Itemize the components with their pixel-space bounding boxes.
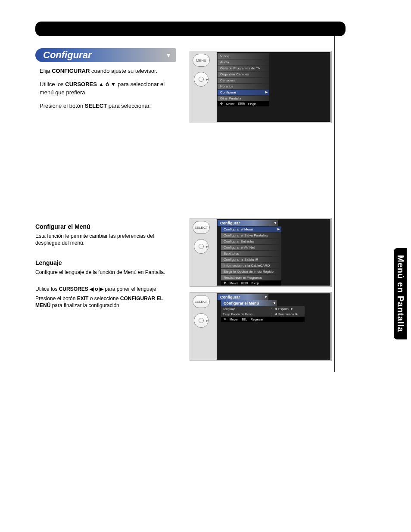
- side-tab: Menú en Pantalla: [394, 248, 407, 339]
- lang-step-2: Presione el botón EXIT o seleccione CONF…: [35, 295, 169, 309]
- menu-footer: ✥Mover SELElegir: [218, 101, 269, 106]
- remote-menu-button: MENU: [193, 54, 210, 67]
- step-1: Utilice los CURSORES ▲ ó ▼ para seleccio…: [35, 81, 173, 97]
- remote-nav-button-icon: ▸: [194, 72, 209, 87]
- title-bar: [35, 22, 346, 36]
- intro-paragraph: Elija CONFIGURAR cuando ajuste su televi…: [35, 67, 173, 75]
- section-title: Configurar: [43, 50, 91, 61]
- osd-configurar-menu-options: Configurar▾ Configurar el Menú▾ Lenguaje…: [218, 294, 305, 322]
- menu-item: Configurar la Salida IR: [221, 256, 281, 262]
- remote-nav-button-icon: ▸: [194, 313, 209, 328]
- chevron-down-icon: ▾: [274, 221, 276, 225]
- configurar-menu-desc: Esta función le permite cambiar las pref…: [35, 233, 169, 246]
- chevron-down-icon: ▾: [265, 295, 267, 299]
- menu-item: Elegir la Opción de Inicio Rápido: [221, 268, 281, 274]
- menu-header: Configurar▾: [218, 294, 268, 300]
- menu-footer: ⇅Mover SELRegresar: [221, 317, 305, 322]
- nav-icon: ✥: [224, 281, 226, 285]
- menu-header: Configurar▾: [218, 220, 278, 226]
- menu-item: Guía de Programas de TV: [218, 65, 269, 71]
- lang-step-1: Utilice los CURSORES ◀ o ▶ para poner el…: [35, 286, 169, 292]
- arrow-right-icon: ▶: [277, 227, 280, 231]
- chevron-down-icon: ▼: [165, 52, 171, 59]
- osd-main-menu: Vídeo Audio Guía de Programas de TV Orga…: [218, 53, 269, 106]
- menu-item: Subtítulos: [221, 250, 281, 256]
- tv-screenshot-configurar-submenu: SELECT ▸ Configurar▾ Configurar el Menú▶…: [190, 218, 332, 287]
- menu-item: Vídeo: [218, 53, 269, 59]
- menu-item: Horarios: [218, 83, 269, 89]
- menu-item: Configurar Entradas: [221, 238, 281, 244]
- menu-item-selected: Configurar el Menú▶: [221, 226, 281, 232]
- menu-item: Información de la CableCARD: [221, 262, 281, 268]
- lenguaje-desc: Configure el lenguaje de la función de M…: [35, 269, 169, 276]
- arrow-right-icon: ▶: [291, 307, 293, 311]
- menu-item-selected: Configurar▶: [218, 89, 269, 95]
- remote-select-button: SELECT: [193, 295, 210, 308]
- nav-vertical-icon: ⇅: [224, 317, 226, 321]
- menu-item: Censuras: [218, 77, 269, 83]
- menu-item: Girar Pantalla: [218, 95, 269, 101]
- menu-item: Audio: [218, 59, 269, 65]
- option-row-fondo: Elegir Fondo de Menú : ◀ Sombreado ▶: [221, 311, 305, 317]
- nav-icon: ✥: [220, 102, 223, 106]
- remote-nav-button-icon: ▸: [194, 239, 209, 254]
- option-row-lenguaje: Lenguaje : ◀ Español ▶: [221, 306, 305, 311]
- menu-item: Configurar el AV Net: [221, 244, 281, 250]
- menu-subheader: Configurar el Menú▾: [221, 300, 277, 306]
- side-tab-label: Menú en Pantalla: [395, 255, 405, 332]
- remote-select-button: SELECT: [193, 221, 210, 234]
- subheading-lenguaje: Lenguaje: [35, 259, 182, 266]
- tv-screenshot-configurar-menu-options: SELECT ▸ Configurar▾ Configurar el Menú▾…: [190, 292, 332, 361]
- vertical-divider: [334, 36, 335, 372]
- menu-footer: ✥Mover SELElegir: [221, 280, 281, 286]
- step-2: Presione el botón SELECT para selecciona…: [35, 102, 173, 110]
- osd-configurar-submenu: Configurar▾ Configurar el Menú▶ Configur…: [218, 220, 281, 286]
- menu-item: Restablecer el Programa: [221, 274, 281, 280]
- chevron-down-icon: ▾: [274, 301, 275, 305]
- subheading-configurar-menu: Configurar el Menú: [35, 223, 182, 230]
- menu-item: Configurar el Salva Pantallas: [221, 232, 281, 238]
- section-header-configurar: Configurar ▼: [35, 48, 176, 62]
- arrow-right-icon: ▶: [265, 90, 268, 94]
- tv-screenshot-main-menu: MENU ▸ Vídeo Audio Guía de Programas de …: [190, 51, 332, 123]
- arrow-right-icon: ▶: [296, 312, 298, 316]
- menu-item: Organizar Canales: [218, 71, 269, 77]
